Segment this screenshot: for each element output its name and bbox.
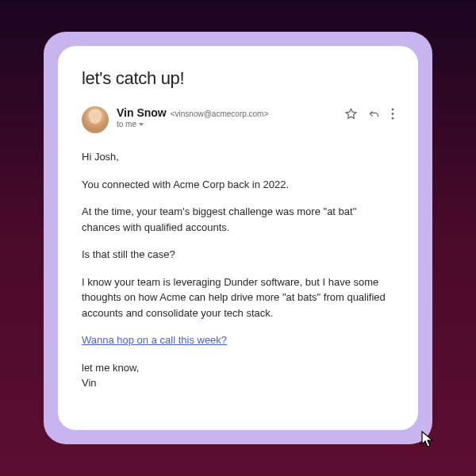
email-subject: let's catch up! xyxy=(82,68,394,89)
svg-point-2 xyxy=(392,113,394,115)
cta-link[interactable]: Wanna hop on a call this week? xyxy=(82,334,227,346)
sender-email: <vinsnow@acmecorp.com> xyxy=(171,109,269,118)
more-icon[interactable] xyxy=(391,108,394,120)
sender-avatar[interactable] xyxy=(82,106,109,133)
email-header: Vin Snow <vinsnow@acmecorp.com> to me xyxy=(82,106,394,133)
signature: Vin xyxy=(82,375,394,391)
email-actions xyxy=(345,108,394,120)
star-icon[interactable] xyxy=(345,108,357,120)
svg-marker-0 xyxy=(346,109,356,118)
svg-point-1 xyxy=(392,108,394,110)
sender-block: Vin Snow <vinsnow@acmecorp.com> to me xyxy=(117,106,345,129)
greeting: Hi Josh, xyxy=(82,149,394,165)
paragraph-1: You connected with Acme Corp back in 202… xyxy=(82,177,394,193)
recipient-line[interactable]: to me xyxy=(117,120,345,129)
email-body: Hi Josh, You connected with Acme Corp ba… xyxy=(82,149,394,391)
paragraph-2: At the time, your team's biggest challen… xyxy=(82,204,394,235)
signoff-block: let me know, Vin xyxy=(82,360,394,391)
email-outer-frame: let's catch up! Vin Snow <vinsnow@acmeco… xyxy=(44,32,432,444)
email-card: let's catch up! Vin Snow <vinsnow@acmeco… xyxy=(58,46,418,430)
paragraph-4: I know your team is leveraging Dunder so… xyxy=(82,274,394,321)
svg-point-3 xyxy=(392,117,394,120)
signoff-text: let me know, xyxy=(82,360,394,376)
chevron-down-icon xyxy=(139,123,144,126)
sender-name: Vin Snow xyxy=(117,106,167,119)
paragraph-3: Is that still the case? xyxy=(82,247,394,263)
reply-icon[interactable] xyxy=(368,108,380,120)
to-label: to me xyxy=(117,120,136,129)
